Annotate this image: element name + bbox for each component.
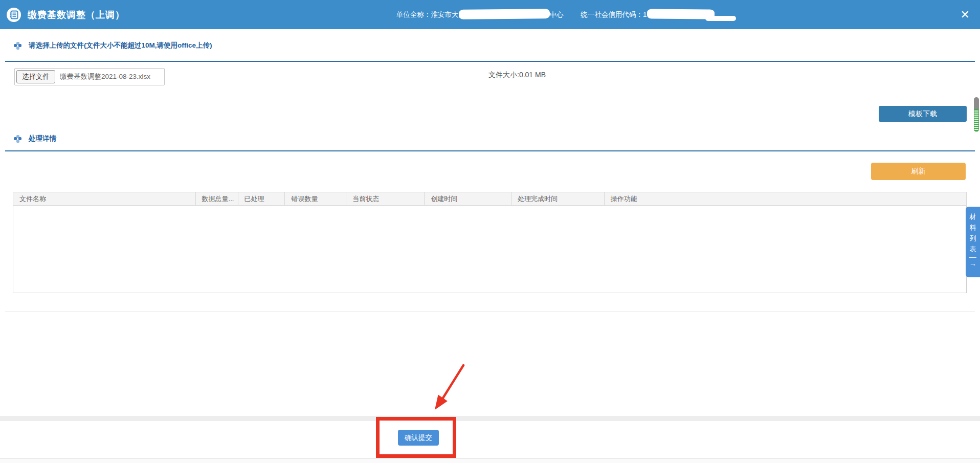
file-size-text: 文件大小:0.01 MB — [488, 71, 546, 80]
refresh-button[interactable]: 刷新 — [871, 163, 966, 180]
selected-file-name: 缴费基数调整2021-08-23.xlsx — [60, 72, 150, 81]
redaction-blob — [647, 9, 714, 19]
template-download-button[interactable]: 模板下载 — [879, 106, 967, 122]
dialog-title: 缴费基数调整（上调） — [28, 9, 125, 21]
column-header-create-time: 创建时间 — [425, 192, 511, 205]
section-marker-icon — [14, 135, 21, 143]
processing-table: 文件名称 数据总量... 已处理 错误数量 当前状态 创建时间 处理完成时间 操… — [13, 192, 967, 293]
annotation-arrow-icon — [425, 353, 476, 417]
unit-name-visible-suffix: 中心 — [550, 10, 564, 19]
unit-name-label: 单位全称： — [396, 10, 431, 19]
upload-section-title: 请选择上传的文件(文件大小不能超过10M,请使用office上传) — [29, 41, 212, 50]
choose-file-button[interactable]: 选择文件 — [16, 70, 55, 83]
credit-code-visible-prefix: 1 — [643, 11, 647, 18]
scrollbar-thumb[interactable] — [974, 97, 979, 109]
redaction-blob — [705, 16, 736, 21]
upload-section-header: 请选择上传的文件(文件大小不能超过10M,请使用office上传) — [14, 41, 212, 50]
column-header-processed: 已处理 — [238, 192, 285, 205]
column-header-data-total: 数据总量... — [196, 192, 238, 205]
dialog-titlebar: 缴费基数调整（上调） 单位全称：淮安市大中心 统一社会信用代码：1 ✕ — [0, 0, 980, 29]
column-header-actions: 操作功能 — [605, 192, 966, 205]
scrollbar[interactable] — [974, 97, 979, 132]
tab-divider — [969, 257, 976, 258]
material-list-tab-label: 材料列表 — [969, 211, 977, 254]
section-divider — [5, 61, 975, 62]
scrollbar-stripes — [974, 109, 979, 132]
column-header-error-count: 错误数量 — [285, 192, 346, 205]
bottom-strip — [0, 458, 980, 463]
horizontal-divider — [5, 311, 975, 312]
file-input[interactable]: 选择文件 缴费基数调整2021-08-23.xlsx — [14, 68, 165, 85]
footer-divider-band — [0, 416, 980, 421]
table-body-empty — [13, 206, 967, 293]
detail-section-title: 处理详情 — [29, 134, 56, 143]
credit-code-label: 统一社会信用代码： — [581, 10, 643, 19]
material-list-tab[interactable]: 材料列表 → — [966, 207, 980, 277]
dialog-upload-payment-base-adjustment: 缴费基数调整（上调） 单位全称：淮安市大中心 统一社会信用代码：1 ✕ 请选择上… — [0, 0, 980, 463]
section-divider — [5, 150, 975, 151]
column-header-file-name: 文件名称 — [13, 192, 196, 205]
close-icon[interactable]: ✕ — [957, 0, 973, 29]
section-marker-icon — [14, 42, 21, 50]
unit-name-visible-prefix: 淮安市大 — [431, 10, 459, 19]
column-header-finish-time: 处理完成时间 — [511, 192, 605, 205]
redaction-blob — [458, 9, 549, 19]
table-header-row: 文件名称 数据总量... 已处理 错误数量 当前状态 创建时间 处理完成时间 操… — [13, 192, 967, 206]
detail-section-header: 处理详情 — [14, 134, 56, 143]
confirm-submit-button[interactable]: 确认提交 — [398, 430, 439, 446]
document-list-icon — [6, 7, 21, 23]
arrow-right-icon: → — [969, 259, 976, 268]
column-header-current-status: 当前状态 — [346, 192, 425, 205]
unit-info: 单位全称：淮安市大中心 统一社会信用代码：1 — [396, 0, 736, 29]
